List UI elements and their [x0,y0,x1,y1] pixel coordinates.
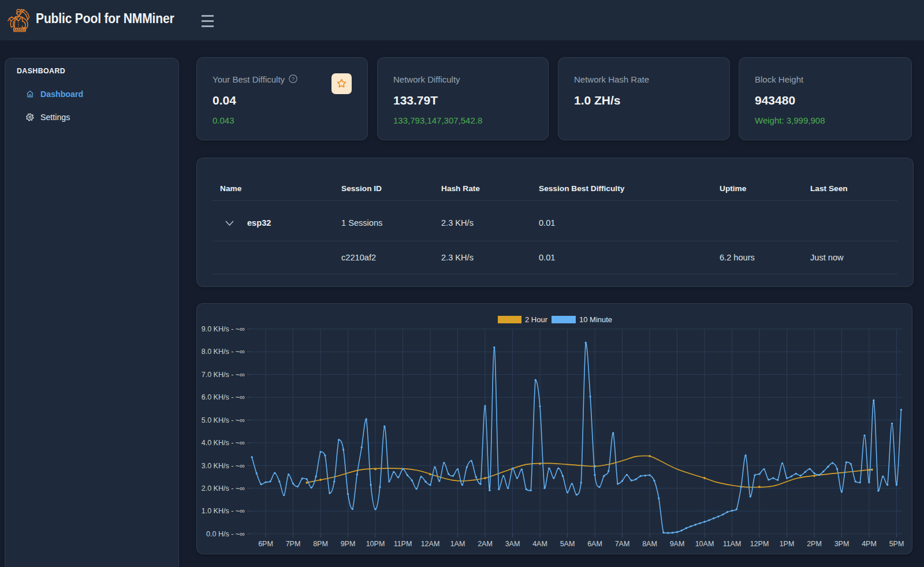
svg-text:10AM: 10AM [695,540,714,548]
svg-text:6.0 KH/s - ~∞: 6.0 KH/s - ~∞ [202,393,245,401]
svg-text:8PM: 8PM [313,540,328,548]
svg-text:7.0 KH/s - ~∞: 7.0 KH/s - ~∞ [202,371,245,379]
svg-text:6PM: 6PM [258,540,273,548]
svg-text:3.0 KH/s - ~∞: 3.0 KH/s - ~∞ [202,462,245,470]
svg-text:3PM: 3PM [834,540,850,548]
svg-text:9.0 KH/s - ~∞: 9.0 KH/s - ~∞ [202,325,245,333]
svg-text:4PM: 4PM [862,540,877,548]
svg-text:5PM: 5PM [889,540,904,548]
svg-text:?: ? [292,76,295,82]
svg-text:8AM: 8AM [642,540,657,548]
svg-text:7AM: 7AM [615,540,630,548]
svg-text:8.0 KH/s - ~∞: 8.0 KH/s - ~∞ [202,348,245,356]
svg-text:6AM: 6AM [587,540,602,548]
svg-text:0.0 H/s - ~∞: 0.0 H/s - ~∞ [206,530,245,538]
svg-text:4.0 KH/s - ~∞: 4.0 KH/s - ~∞ [202,439,245,447]
svg-text:10PM: 10PM [366,540,385,548]
svg-text:2AM: 2AM [478,540,493,548]
svg-text:10 Minute: 10 Minute [579,315,612,324]
svg-text:2PM: 2PM [807,540,822,548]
svg-text:1.0 KH/s - ~∞: 1.0 KH/s - ~∞ [202,507,245,515]
svg-text:9PM: 9PM [341,540,356,548]
svg-text:3AM: 3AM [505,540,520,548]
svg-text:7PM: 7PM [286,540,301,548]
svg-text:11PM: 11PM [394,540,412,548]
svg-text:2.0 KH/s - ~∞: 2.0 KH/s - ~∞ [202,484,245,493]
svg-text:12PM: 12PM [750,540,769,548]
svg-text:9AM: 9AM [670,540,685,548]
svg-text:5AM: 5AM [560,540,575,548]
svg-text:1PM: 1PM [780,540,795,548]
svg-text:5.0 KH/s - ~∞: 5.0 KH/s - ~∞ [202,416,245,424]
svg-text:11AM: 11AM [723,540,742,548]
svg-text:2 Hour: 2 Hour [525,315,548,324]
svg-text:1AM: 1AM [450,540,465,548]
svg-text:4AM: 4AM [532,540,547,548]
svg-text:12AM: 12AM [421,540,440,548]
